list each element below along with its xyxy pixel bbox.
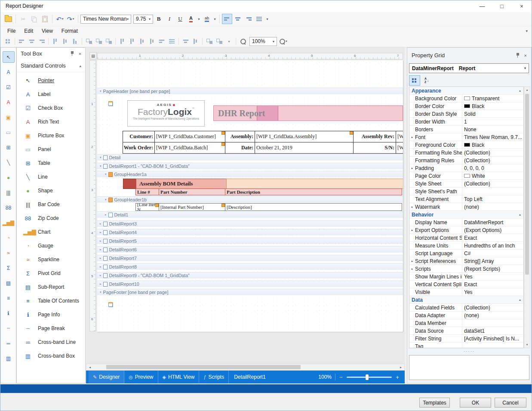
- tab-scripts[interactable]: ƒ Scripts: [199, 371, 229, 383]
- property-grid-scrollbar[interactable]: ▴ ▾: [524, 87, 530, 348]
- toolbox-item-line[interactable]: ╲: [3, 157, 15, 168]
- header-table-cell[interactable]: [W: [396, 131, 403, 142]
- property-value[interactable]: Hundredths of an Inch: [462, 242, 523, 249]
- toolbox-item-cross-band-box[interactable]: ▥: [3, 352, 15, 364]
- band-collapse-icon[interactable]: ▸: [100, 231, 101, 234]
- toolbox-item-cross-band-line[interactable]: ═: [3, 337, 15, 349]
- toolbox-item-rich-text[interactable]: A Rich Text: [17, 115, 85, 129]
- toolbox-item-table[interactable]: ⊞: [3, 142, 15, 153]
- align-right-edges-icon[interactable]: [37, 37, 46, 46]
- make-same-size-icon[interactable]: [94, 37, 104, 46]
- property-row[interactable]: Measure Units Hundredths of an Inch: [409, 242, 523, 250]
- property-value[interactable]: Solid: [462, 110, 523, 117]
- property-row[interactable]: Horizontal Content S Exact: [409, 234, 523, 242]
- maximize-button[interactable]: □: [492, 0, 512, 12]
- toolbox-item-label[interactable]: A Label: [17, 87, 85, 101]
- header-table-cell[interactable]: [WIP 1_GridData.Customer]: [154, 131, 225, 142]
- toolbox-item-rich-text[interactable]: A: [3, 96, 15, 108]
- property-value[interactable]: [462, 188, 523, 195]
- property-row[interactable]: ▸ Watermark (none): [409, 203, 523, 211]
- band-collapse-icon[interactable]: ▾: [100, 90, 101, 93]
- toolbox-item-page-info[interactable]: ℹ: [3, 307, 15, 319]
- make-same-height-icon[interactable]: [104, 37, 114, 46]
- cancel-button[interactable]: Cancel: [495, 398, 526, 408]
- band-collapse-icon[interactable]: ▸: [100, 248, 101, 251]
- band-detailreport7[interactable]: ▸ DetailReport7: [97, 255, 403, 261]
- zoom-in-button[interactable]: +: [395, 374, 400, 380]
- band-collapse-icon[interactable]: ▾: [105, 198, 107, 201]
- categorized-view-button[interactable]: [409, 75, 420, 86]
- property-row[interactable]: Display Name DataMinerReport: [409, 219, 523, 226]
- property-row[interactable]: Data ▴: [409, 296, 523, 304]
- bom-field-cell[interactable]: [Line Item N: [135, 203, 159, 211]
- toolbox-item-picture-box[interactable]: ▣: [3, 111, 15, 123]
- cut-button[interactable]: ✂: [18, 14, 28, 24]
- band-detailreport4[interactable]: ▸ DetailReport4: [97, 229, 403, 235]
- expand-icon[interactable]: ▸: [409, 205, 415, 209]
- toolbox-section-standard-controls[interactable]: Standard Controls ▴: [17, 59, 85, 72]
- increase-horizontal-spacing-icon[interactable]: [127, 37, 137, 46]
- expand-icon[interactable]: ▸: [409, 260, 415, 263]
- property-row[interactable]: ▸ Padding 0, 0, 0, 0: [409, 164, 523, 172]
- toolbox-item-page-info[interactable]: ℹ Page Info: [17, 308, 85, 321]
- toolbox-item-page-break[interactable]: ┄ Page Break: [17, 321, 85, 335]
- zoom-out-button[interactable]: −: [339, 374, 343, 380]
- separator[interactable]: [13, 37, 17, 46]
- property-row[interactable]: Style Sheet's Path: [409, 188, 523, 195]
- toolbox-item-gauge[interactable]: ◔ Gauge: [17, 239, 85, 253]
- band-detailreport10[interactable]: ▸ DetailReport10: [97, 281, 403, 287]
- align-left-edges-icon[interactable]: [17, 37, 27, 46]
- order-dropdown[interactable]: ▾: [224, 37, 234, 46]
- minimize-button[interactable]: —: [472, 0, 492, 12]
- bold-button[interactable]: B: [154, 14, 164, 24]
- toolbox-item-bar-code[interactable]: ||| Bar Code: [17, 198, 85, 211]
- ok-button[interactable]: OK: [460, 398, 491, 408]
- property-value[interactable]: Transparent: [462, 95, 523, 102]
- property-value[interactable]: String[] Array: [462, 257, 523, 265]
- property-value[interactable]: 1: [462, 118, 523, 125]
- scroll-left-icon[interactable]: ◂: [86, 364, 93, 370]
- align-horizontal-centers-icon[interactable]: [27, 37, 37, 46]
- scroll-right-icon[interactable]: ▸: [397, 364, 404, 370]
- header-table-cell[interactable]: Assembly:: [225, 131, 255, 142]
- property-value[interactable]: Black: [462, 141, 523, 148]
- bom-column-header-cell[interactable]: Part Description: [225, 189, 402, 195]
- align-right-button[interactable]: [243, 14, 254, 24]
- band-detailreport3[interactable]: ▸ DetailReport3: [97, 220, 403, 227]
- menu-item-edit[interactable]: Edit: [20, 27, 37, 35]
- property-value[interactable]: C#: [462, 250, 523, 257]
- expand-icon[interactable]: ▸: [409, 229, 415, 232]
- property-row[interactable]: Vertical Content Spli Exact: [409, 281, 523, 288]
- band-detail1[interactable]: ▸ Detail1: [97, 211, 403, 218]
- expand-icon[interactable]: ▸: [409, 136, 415, 139]
- property-value[interactable]: (Collection): [462, 149, 523, 156]
- scroll-down-icon[interactable]: ▾: [524, 342, 530, 348]
- toolbox-item-gauge[interactable]: ◔: [3, 232, 15, 244]
- property-value[interactable]: Exact: [462, 281, 523, 288]
- property-row[interactable]: Data Member: [409, 319, 523, 327]
- band-detailreport5[interactable]: ▸ DetailReport5: [97, 238, 403, 244]
- property-value[interactable]: [462, 343, 523, 348]
- center-horizontally-icon[interactable]: [181, 37, 191, 46]
- property-value[interactable]: Yes: [462, 288, 523, 296]
- close-button[interactable]: ×: [512, 0, 532, 12]
- bom-title-right-cell[interactable]: [226, 179, 403, 189]
- separator[interactable]: [114, 37, 117, 46]
- separator[interactable]: [234, 37, 238, 46]
- zoom-slider[interactable]: [347, 377, 392, 378]
- header-table-cell[interactable]: S/N:: [353, 142, 396, 154]
- toolbox-item-label[interactable]: A: [3, 66, 15, 78]
- header-table-cell[interactable]: Assembly Rev:: [353, 131, 396, 142]
- send-to-back-icon[interactable]: [214, 37, 224, 46]
- toolbox-item-table-of-contents[interactable]: ≡: [3, 292, 15, 304]
- property-value[interactable]: (none): [462, 203, 523, 210]
- property-row[interactable]: Border Width 1: [409, 118, 523, 126]
- bom-corner-cell[interactable]: [123, 179, 136, 189]
- toolbox-item-cross-band-box[interactable]: ▥ Cross-band Box: [17, 349, 85, 363]
- property-row[interactable]: Border Dash Style Solid: [409, 110, 523, 118]
- toolbox-item-bar-code[interactable]: |||: [3, 187, 15, 198]
- toolbox-item-panel[interactable]: ▭: [3, 127, 15, 138]
- band-groupheader1a[interactable]: ▾ GroupHeader1a: [97, 171, 403, 177]
- band-collapse-icon[interactable]: ▸: [100, 274, 101, 277]
- toolbox-item-line[interactable]: ╲ Line: [17, 170, 85, 184]
